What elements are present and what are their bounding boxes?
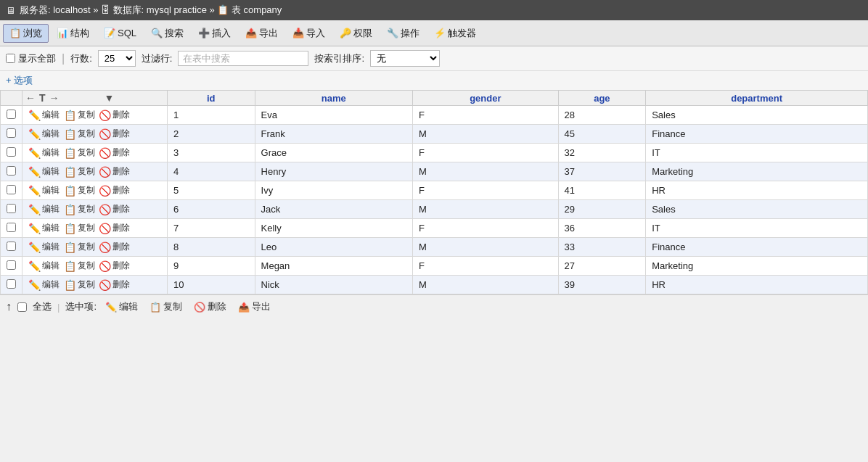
copy-link[interactable]: 📋复制: [64, 279, 95, 291]
edit-link[interactable]: ✏️编辑: [28, 203, 60, 215]
nav-right-arrow[interactable]: →: [49, 92, 60, 104]
copy-link[interactable]: 📋复制: [64, 165, 95, 178]
department-sort[interactable]: department: [646, 91, 868, 106]
rows-label: 行数:: [70, 52, 92, 65]
copy-link[interactable]: 📋复制: [64, 222, 95, 234]
edit-icon: ✏️: [28, 204, 41, 215]
edit-icon: ✏️: [28, 166, 41, 178]
delete-link[interactable]: 🚫删除: [99, 203, 130, 215]
copy-icon: 📋: [64, 147, 76, 159]
delete-link[interactable]: 🚫删除: [99, 109, 130, 121]
delete-link[interactable]: 🚫删除: [99, 279, 130, 291]
toolbar-operations[interactable]: 🔧 操作: [380, 24, 426, 43]
toolbar-sql[interactable]: 📝 SQL: [97, 25, 143, 41]
delete-icon: 🚫: [99, 260, 111, 272]
row-checkbox-cell: [1, 200, 22, 219]
toolbar-permissions[interactable]: 🔑 权限: [333, 24, 379, 43]
edit-link[interactable]: ✏️编辑: [28, 222, 60, 234]
copy-link[interactable]: 📋复制: [64, 184, 95, 197]
toolbar-export[interactable]: 📤 导出: [239, 24, 284, 43]
titlebar-text: 服务器: localhost » 🗄 数据库: mysql practice »…: [20, 4, 282, 17]
cell-id: 1: [168, 106, 255, 125]
delete-link[interactable]: 🚫删除: [99, 147, 130, 159]
row-checkbox[interactable]: [7, 279, 16, 289]
footer-select-all-label[interactable]: 全选: [33, 300, 52, 313]
row-checkbox-cell: [1, 144, 22, 162]
row-checkbox[interactable]: [7, 128, 16, 138]
show-all-checkbox[interactable]: [6, 54, 15, 63]
row-checkbox-cell: [1, 238, 22, 257]
edit-link[interactable]: ✏️编辑: [28, 109, 60, 121]
edit-icon: ✏️: [28, 128, 41, 140]
row-checkbox[interactable]: [7, 185, 16, 194]
name-sort[interactable]: name: [255, 91, 412, 106]
footer-export-button[interactable]: 📤 导出: [235, 299, 274, 315]
edit-link[interactable]: ✏️编辑: [28, 279, 60, 291]
cell-gender: F: [413, 257, 559, 276]
footer-edit-button[interactable]: ✏️ 编辑: [102, 299, 141, 315]
cell-gender: M: [413, 276, 559, 294]
edit-link[interactable]: ✏️编辑: [28, 165, 60, 178]
copy-link[interactable]: 📋复制: [64, 147, 95, 159]
edit-link[interactable]: ✏️编辑: [28, 184, 60, 197]
row-checkbox[interactable]: [7, 223, 16, 232]
rows-select[interactable]: 25 50 100 250: [98, 50, 136, 67]
delete-link[interactable]: 🚫删除: [99, 165, 130, 178]
toolbar-browse[interactable]: 📋 浏览: [3, 24, 49, 43]
show-all-label[interactable]: 显示全部: [6, 52, 56, 65]
delete-link[interactable]: 🚫删除: [99, 260, 130, 272]
row-checkbox[interactable]: [7, 260, 16, 270]
sort-select[interactable]: 无 id name department: [370, 50, 440, 67]
row-checkbox[interactable]: [7, 242, 16, 251]
cell-department: Sales: [646, 200, 868, 219]
row-checkbox-cell: [1, 181, 22, 200]
cell-age: 39: [558, 276, 646, 294]
copy-link[interactable]: 📋复制: [64, 109, 95, 121]
cell-age: 41: [558, 181, 646, 200]
cell-age: 37: [558, 162, 646, 181]
edit-link[interactable]: ✏️编辑: [28, 260, 60, 272]
toolbar-insert[interactable]: ➕ 插入: [192, 24, 237, 43]
copy-link[interactable]: 📋复制: [64, 128, 95, 140]
delete-link[interactable]: 🚫删除: [99, 241, 130, 253]
cell-age: 29: [558, 200, 646, 219]
delete-link[interactable]: 🚫删除: [99, 184, 130, 197]
row-checkbox[interactable]: [7, 147, 16, 157]
toolbar-structure[interactable]: 📊 结构: [50, 24, 96, 43]
toolbar-import[interactable]: 📥 导入: [286, 24, 332, 43]
edit-icon: ✏️: [28, 147, 41, 159]
toolbar-search[interactable]: 🔍 搜索: [144, 24, 190, 43]
sort-row: ← T → ▼ id name gender age department: [1, 91, 868, 106]
copy-link[interactable]: 📋复制: [64, 241, 95, 253]
delete-link[interactable]: 🚫删除: [99, 128, 130, 140]
copy-icon: 📋: [64, 279, 76, 291]
cell-department: HR: [646, 276, 868, 294]
footer-select-all-checkbox[interactable]: [17, 302, 27, 312]
id-sort[interactable]: id: [168, 91, 255, 106]
edit-icon: ✏️: [28, 279, 41, 291]
cell-gender: M: [413, 162, 559, 181]
cell-name: Leo: [255, 238, 412, 257]
copy-link[interactable]: 📋复制: [64, 203, 95, 215]
delete-link[interactable]: 🚫删除: [99, 222, 130, 234]
footer-delete-button[interactable]: 🚫 删除: [191, 299, 229, 315]
edit-link[interactable]: ✏️编辑: [28, 241, 60, 253]
footer-copy-button[interactable]: 📋 复制: [147, 299, 185, 315]
row-checkbox[interactable]: [7, 110, 16, 119]
cell-gender: F: [413, 181, 559, 200]
row-checkbox[interactable]: [7, 166, 16, 176]
filter-input[interactable]: [178, 51, 308, 66]
age-sort[interactable]: age: [558, 91, 646, 106]
toolbar-triggers[interactable]: ⚡ 触发器: [427, 24, 483, 43]
edit-link[interactable]: ✏️编辑: [28, 128, 60, 140]
copy-link[interactable]: 📋复制: [64, 260, 95, 272]
edit-link[interactable]: ✏️编辑: [28, 147, 60, 159]
cell-age: 45: [558, 125, 646, 144]
nav-left-arrow[interactable]: ←: [25, 92, 36, 104]
drop-arrow[interactable]: ▼: [105, 92, 115, 104]
plus-options-label[interactable]: + 选项: [6, 74, 33, 87]
row-checkbox[interactable]: [7, 204, 16, 213]
gender-sort[interactable]: gender: [413, 91, 559, 106]
titlebar: 🖥 服务器: localhost » 🗄 数据库: mysql practice…: [0, 0, 868, 20]
cell-id: 6: [168, 200, 255, 219]
